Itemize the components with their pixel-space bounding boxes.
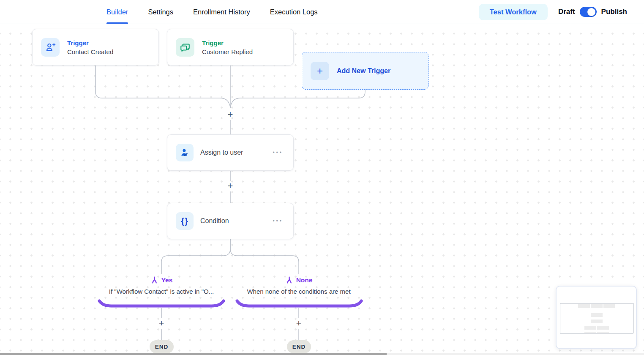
branch-none[interactable]: None When none of the conditions are met [235,276,362,295]
add-new-trigger-label: Add New Trigger [337,67,390,75]
branch-fork-icon [285,276,293,284]
add-step-button[interactable]: + [225,109,236,120]
add-new-trigger-button[interactable]: + Add New Trigger [302,52,428,90]
condition-node[interactable]: {} Condition ••• [167,203,294,239]
top-navigation-bar: Builder Settings Enrollment History Exec… [0,0,644,24]
end-node: END [150,340,174,353]
trigger-title: Contact Created [67,47,113,56]
add-step-button[interactable]: + [293,318,304,329]
action-node-label: Assign to user [200,149,243,156]
test-workflow-button[interactable]: Test Workflow [479,4,548,20]
node-menu-button[interactable]: ••• [273,218,283,224]
user-plus-icon [41,38,60,57]
toggle-knob [587,8,595,16]
action-node-assign-to-user[interactable]: Assign to user ••• [167,134,294,171]
workflow-canvas[interactable]: Trigger Contact Created Trigger Customer… [0,24,644,355]
horizontal-scrollbar-track[interactable] [0,353,644,355]
branch-label: Yes [161,276,173,284]
minimap[interactable] [556,286,637,349]
branch-label: None [296,276,313,284]
nav-tabs: Builder Settings Enrollment History Exec… [0,0,318,24]
tab-enrollment-history[interactable]: Enrollment History [193,0,250,24]
node-menu-button[interactable]: ••• [273,150,283,156]
add-step-button[interactable]: + [156,318,167,329]
branch-description: When none of the conditions are met [235,288,362,295]
branch-fork-icon [150,276,158,284]
branch-container-bar [99,301,361,306]
branch-yes[interactable]: Yes If "Workflow Contact" is active in "… [98,276,225,295]
braces-icon: {} [176,212,194,230]
plus-icon: + [311,62,329,80]
trigger-kind-label: Trigger [67,38,113,47]
draft-label: Draft [558,8,575,16]
workflow-builder-app: Builder Settings Enrollment History Exec… [0,0,644,355]
horizontal-scrollbar-thumb[interactable] [0,353,387,355]
condition-node-label: Condition [200,217,229,225]
trigger-node-contact-created[interactable]: Trigger Contact Created [32,29,159,66]
trigger-title: Customer Replied [202,47,253,56]
trigger-kind-label: Trigger [202,38,253,47]
tab-execution-logs[interactable]: Execution Logs [270,0,318,24]
add-step-button[interactable]: + [225,180,236,191]
minimap-viewport[interactable] [560,303,633,333]
tab-builder[interactable]: Builder [106,0,128,24]
tab-settings[interactable]: Settings [148,0,173,24]
trigger-node-customer-replied[interactable]: Trigger Customer Replied [167,29,294,66]
chat-icon [176,38,194,57]
draft-publish-toggle[interactable] [580,7,597,17]
end-node: END [287,340,311,353]
branch-description: If "Workflow Contact" is active in "O... [98,288,225,295]
user-check-icon [176,144,194,161]
publish-label: Publish [601,8,627,16]
header-actions: Test Workflow Draft Publish [479,4,644,20]
